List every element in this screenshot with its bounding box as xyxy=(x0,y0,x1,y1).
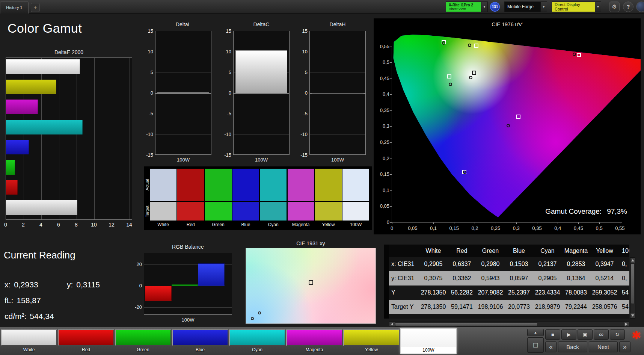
measured-red xyxy=(573,53,576,56)
gear-icon[interactable]: ⚙ xyxy=(609,2,620,12)
scroll-left-button[interactable] xyxy=(389,322,395,326)
patch-button-blue[interactable]: Blue xyxy=(172,329,228,353)
reading-fl-label: fL: xyxy=(5,296,13,305)
deltaC-title: DeltaC xyxy=(233,21,290,27)
column-header-magenta: Magenta xyxy=(562,245,590,257)
table-vertical-scrollbar[interactable] xyxy=(630,257,635,319)
deltaE-bar-white xyxy=(6,59,80,74)
scroll-down-button[interactable] xyxy=(630,313,635,318)
table-cell: 5,7657 xyxy=(590,314,619,319)
rgb-balance-title: RGB Balance xyxy=(144,244,232,250)
rgb-balance-x-label: 100W xyxy=(144,317,232,323)
x-tick xyxy=(599,222,600,224)
stop-button[interactable]: ■ xyxy=(545,329,560,340)
refresh-button[interactable]: ↻ xyxy=(610,329,625,340)
table-cell: 0,1503 xyxy=(505,257,533,271)
hscroll-thumb[interactable] xyxy=(395,322,538,326)
help-icon[interactable]: ? xyxy=(623,2,633,12)
continuous-button[interactable]: ∞ xyxy=(594,329,609,340)
patch-button-yellow[interactable]: Yellow xyxy=(343,329,400,353)
table-horizontal-scrollbar[interactable] xyxy=(389,322,629,327)
deltaE-gridline xyxy=(94,58,95,219)
history-tab[interactable]: History 1 xyxy=(0,1,29,14)
table-cell: 0, xyxy=(619,257,629,271)
table-row[interactable]: y: CIE310,30750,33620,59430,05970,29050,… xyxy=(384,271,629,286)
y-tick-label: 10 xyxy=(139,49,153,54)
deltaE-chart xyxy=(6,57,132,220)
swatch-label: Blue xyxy=(232,222,259,227)
layout-button[interactable]: □ xyxy=(527,337,544,353)
patch-button-magenta[interactable]: Magenta xyxy=(286,329,342,353)
x-tick xyxy=(392,222,392,224)
back-button[interactable]: Back xyxy=(558,341,587,352)
y-tick-label: 0,45 xyxy=(374,76,389,81)
table-cell: 0,2853 xyxy=(562,257,590,271)
arrow-up-icon xyxy=(631,259,634,261)
table-cell: 278,1350 xyxy=(419,300,448,314)
rgb-bar-green xyxy=(172,284,198,286)
gridline xyxy=(310,114,365,114)
patch-swatch xyxy=(115,329,171,346)
patch-button-green[interactable]: Green xyxy=(115,329,171,353)
chevron-down-icon: ▼ xyxy=(481,2,487,12)
y-tick xyxy=(390,159,392,159)
zero-line xyxy=(155,93,211,94)
table-cell: 0,1364 xyxy=(562,271,590,286)
patch-label: White xyxy=(1,347,57,352)
target-swatch-red xyxy=(177,202,204,221)
meter-count-badge[interactable]: 131 xyxy=(490,2,500,12)
patch-button-red[interactable]: Red xyxy=(58,329,114,353)
row-label: dE 2000 xyxy=(389,314,419,319)
table-cell: 0,3947 xyxy=(590,257,619,271)
deltaE-x-tick-label: 0 xyxy=(0,222,11,228)
display-control-dropdown[interactable]: Direct Display Control ▼ xyxy=(552,2,601,12)
first-page-button[interactable]: « xyxy=(545,341,557,352)
patch-button-cyan[interactable]: Cyan xyxy=(229,329,285,353)
table-cell: 278,1350 xyxy=(419,286,448,300)
scroll-right-button[interactable] xyxy=(624,322,629,326)
deltaE-gridline xyxy=(59,58,59,219)
table-cell: 79,2244 xyxy=(562,300,590,314)
vscroll-thumb[interactable] xyxy=(631,263,635,304)
reading-x-label: x: xyxy=(5,280,11,289)
actual-swatch-100w xyxy=(342,169,369,201)
column-header-100w: 100W xyxy=(619,245,629,257)
play-button[interactable]: ▶ xyxy=(561,329,576,340)
cie-1931-chart xyxy=(246,248,376,324)
measured-white xyxy=(469,76,472,79)
deltaH-chart: 151050-5-10-15 xyxy=(309,31,366,155)
last-page-button[interactable]: » xyxy=(619,341,630,352)
table-header-row: WhiteRedGreenBlueCyanMagentaYellow100W xyxy=(384,245,629,257)
workflow-label: Mobile Forge xyxy=(507,4,538,9)
table-row[interactable]: dE 20000,34891,51421,03062,67340,91723,7… xyxy=(384,314,629,319)
workflow-dropdown[interactable]: Mobile Forge ▼ xyxy=(504,2,547,12)
table-cell: 198,9106 xyxy=(476,300,505,314)
table-cell: 0,2905 xyxy=(419,257,448,271)
swatch-label: Green xyxy=(205,222,232,227)
column-header-cyan: Cyan xyxy=(533,245,562,257)
table-row[interactable]: Target Y278,135059,1471198,910620,077321… xyxy=(384,300,629,314)
chevron-down-icon: ▼ xyxy=(540,2,547,12)
y-tick xyxy=(390,222,392,223)
patch-button-white[interactable]: White xyxy=(1,329,57,353)
y-tick-label: 0 xyxy=(128,283,142,289)
measure-button[interactable]: ▣ xyxy=(578,329,593,340)
table-index-strip xyxy=(384,245,389,257)
table-index-strip xyxy=(384,271,389,286)
scroll-up-button[interactable] xyxy=(630,258,635,263)
new-tab-button[interactable]: + xyxy=(31,3,40,12)
table-cell: 0 xyxy=(619,314,629,319)
meter-dropdown[interactable]: X-Rite i1Pro 2 Direct View ▼ xyxy=(446,2,488,12)
target-swatch-blue xyxy=(232,202,259,221)
y-tick-label: -5 xyxy=(139,111,153,116)
table-cell: 218,9879 xyxy=(533,300,562,314)
patch-button-100w[interactable]: 100W xyxy=(400,328,457,354)
edge-partial-icon[interactable] xyxy=(636,2,644,12)
y-tick-label: 5 xyxy=(139,69,153,75)
table-row[interactable]: Y278,135056,2282207,908225,2397223,43347… xyxy=(384,286,629,300)
tray-up-button[interactable]: ▲ xyxy=(527,329,544,336)
calibration-alert-icon[interactable]: ✱ xyxy=(632,329,641,342)
table-row[interactable]: x: CIE310,29050,63370,29800,15030,21370,… xyxy=(384,257,629,271)
next-button[interactable]: Next xyxy=(589,341,618,352)
deltaE-x-tick-label: 6 xyxy=(53,222,64,228)
